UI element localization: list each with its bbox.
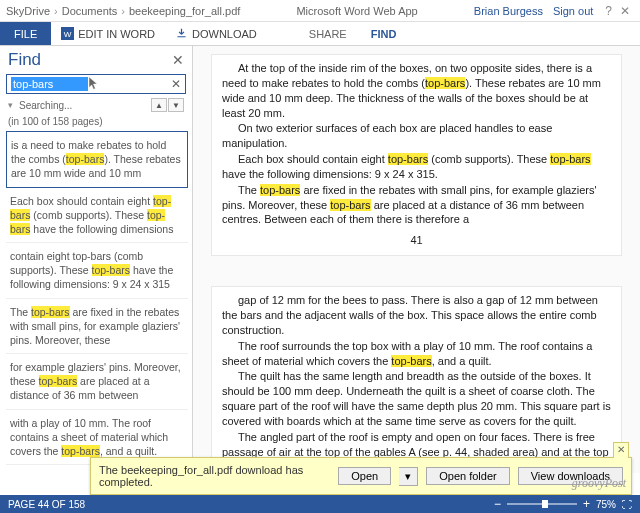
paragraph: Each box should contain eight top-bars (… [222, 152, 611, 182]
clear-search-button[interactable]: ✕ [171, 77, 181, 91]
paragraph: At the top of the inside rim of the boxe… [222, 61, 611, 120]
search-result[interactable]: is a need to make rebates to hold the co… [6, 131, 188, 188]
search-result[interactable]: Each box should contain eight top-bars (… [6, 188, 188, 244]
find-title: Find [8, 50, 41, 70]
page-indicator[interactable]: PAGE 44 OF 158 [8, 499, 85, 510]
fullscreen-button[interactable]: ⛶ [622, 499, 632, 510]
word-icon: W [61, 27, 74, 40]
zoom-in-button[interactable]: + [583, 497, 590, 511]
document-page: At the top of the inside rim of the boxe… [211, 54, 622, 256]
sign-out-link[interactable]: Sign out [553, 5, 593, 17]
breadcrumb: SkyDrive › Documents › beekeeping_for_al… [0, 0, 640, 22]
chevron-right-icon: › [54, 5, 58, 17]
paragraph: gap of 12 mm for the bees to pass. There… [222, 293, 611, 338]
paragraph: On two exterior surfaces of each box are… [222, 121, 611, 151]
breadcrumb-root[interactable]: SkyDrive [6, 5, 50, 17]
breadcrumb-folder[interactable]: Documents [62, 5, 118, 17]
open-folder-button[interactable]: Open folder [426, 467, 509, 485]
view-downloads-button[interactable]: View downloads [518, 467, 623, 485]
search-result[interactable]: contain eight top-bars (comb supports). … [6, 243, 188, 299]
page-number: 41 [222, 233, 611, 248]
close-notification-button[interactable]: ✕ [613, 442, 629, 458]
download-message: The beekeeping_for_all.pdf download has … [99, 464, 330, 488]
search-input[interactable] [11, 77, 88, 91]
search-status: Searching... [19, 100, 72, 111]
edit-in-word-button[interactable]: W EDIT IN WORD [51, 22, 165, 45]
search-result[interactable]: The top-bars are fixed in the rebates wi… [6, 299, 188, 355]
next-result-button[interactable]: ▼ [168, 98, 184, 112]
zoom-out-button[interactable]: − [494, 497, 501, 511]
search-result[interactable]: for example glaziers' pins. Moreover, th… [6, 354, 188, 410]
zoom-level[interactable]: 75% [596, 499, 616, 510]
download-icon [175, 27, 188, 40]
app-title: Microsoft Word Web App [296, 5, 417, 17]
document-view[interactable]: At the top of the inside rim of the boxe… [193, 46, 640, 473]
open-dropdown-button[interactable]: ▾ [399, 467, 418, 486]
search-box[interactable]: ✕ [6, 74, 186, 94]
paragraph: The roof surrounds the top box with a pl… [222, 339, 611, 369]
open-button[interactable]: Open [338, 467, 391, 485]
share-tab[interactable]: SHARE [297, 22, 359, 45]
close-find-button[interactable]: ✕ [172, 52, 184, 68]
chevron-down-icon[interactable]: ▾ [8, 100, 13, 110]
ribbon: FILE W EDIT IN WORD DOWNLOAD SHARE FIND [0, 22, 640, 46]
zoom-slider[interactable] [507, 503, 577, 505]
svg-text:W: W [64, 30, 72, 39]
user-name[interactable]: Brian Burgess [474, 5, 543, 17]
paragraph: The quilt has the same length and breadt… [222, 369, 611, 428]
cursor-icon [88, 76, 99, 92]
chevron-right-icon: › [121, 5, 125, 17]
breadcrumb-file: beekeeping_for_all.pdf [129, 5, 240, 17]
find-tab[interactable]: FIND [359, 22, 409, 45]
download-notification: ✕ The beekeeping_for_all.pdf download ha… [90, 457, 632, 495]
document-page: gap of 12 mm for the bees to pass. There… [211, 286, 622, 473]
close-icon[interactable]: ✕ [620, 4, 630, 18]
results-list: is a need to make rebates to hold the co… [0, 131, 192, 473]
paragraph: The top-bars are fixed in the rebates wi… [222, 183, 611, 228]
file-tab[interactable]: FILE [0, 22, 51, 45]
help-icon[interactable]: ? [605, 4, 612, 18]
find-panel: Find ✕ ✕ ▾ Searching... ▲ ▼ (in 100 of 1… [0, 46, 193, 473]
status-bar: PAGE 44 OF 158 − + 75% ⛶ [0, 495, 640, 513]
prev-result-button[interactable]: ▲ [151, 98, 167, 112]
search-count: (in 100 of 158 pages) [0, 116, 192, 131]
download-button[interactable]: DOWNLOAD [165, 22, 267, 45]
